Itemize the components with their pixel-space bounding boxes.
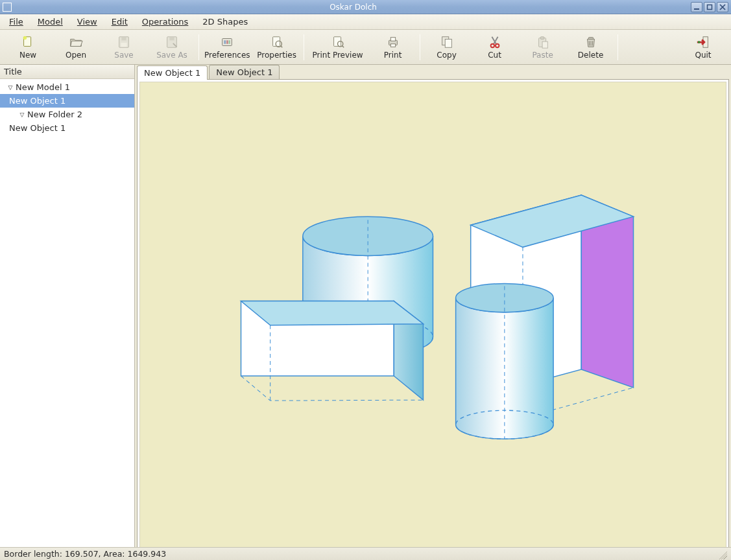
preferences-label: Preferences [204, 51, 250, 60]
properties-button[interactable]: Properties [253, 31, 301, 64]
menu-edit[interactable]: Edit [106, 16, 133, 28]
status-text: Border length: 169.507, Area: 1649.943 [4, 549, 166, 559]
paste-icon [535, 35, 551, 49]
toolbar-separator [617, 34, 618, 60]
quit-button[interactable]: Quit [679, 31, 727, 64]
copy-button[interactable]: Copy [423, 31, 471, 64]
window-titlebar: Oskar Dolch [0, 0, 731, 14]
svg-rect-25 [445, 39, 451, 47]
cut-label: Cut [488, 51, 501, 60]
preferences-icon [219, 35, 235, 49]
save-icon [116, 35, 132, 49]
window-title: Oskar Dolch [16, 3, 691, 12]
print-label: Print [384, 51, 402, 60]
tree-expander-icon[interactable]: ▽ [6, 84, 14, 91]
svg-rect-1 [708, 5, 712, 9]
svg-point-28 [490, 43, 494, 47]
minimize-icon [693, 4, 700, 10]
properties-label: Properties [257, 51, 296, 60]
new-file-icon [20, 35, 36, 49]
svg-rect-8 [121, 42, 126, 46]
save-as-button[interactable]: Save As [148, 31, 196, 64]
delete-label: Delete [578, 51, 603, 60]
new-button[interactable]: New [4, 31, 52, 64]
menu-model[interactable]: Model [32, 16, 68, 28]
cut-button[interactable]: Cut [471, 31, 519, 64]
minimize-button[interactable] [691, 2, 702, 12]
svg-rect-33 [588, 37, 593, 39]
app-icon [3, 3, 12, 12]
open-button[interactable]: Open [52, 31, 100, 64]
tree-expander-icon[interactable]: ▽ [18, 111, 26, 119]
quit-label: Quit [695, 51, 711, 60]
paste-label: Paste [532, 51, 553, 60]
svg-rect-23 [390, 43, 395, 47]
svg-rect-12 [224, 40, 226, 44]
properties-icon [269, 35, 285, 49]
svg-point-29 [495, 43, 499, 47]
open-label: Open [66, 51, 86, 60]
maximize-icon [706, 4, 713, 10]
tree: ▽ New Model 1 New Object 1 ▽ New Folder … [0, 79, 134, 547]
canvas-frame [137, 79, 729, 555]
tab-object-1[interactable]: New Object 1 [137, 65, 208, 80]
tree-item-label: New Model 1 [16, 82, 70, 92]
open-folder-icon [68, 35, 84, 49]
close-button[interactable] [717, 2, 728, 12]
print-preview-icon [330, 35, 346, 49]
toolbar-separator [420, 34, 420, 60]
copy-icon [439, 35, 455, 49]
canvas[interactable] [139, 82, 726, 553]
copy-label: Copy [437, 51, 456, 60]
svg-rect-7 [121, 36, 126, 40]
save-label: Save [114, 51, 133, 60]
scene-drawing [140, 82, 726, 552]
svg-line-17 [280, 45, 282, 47]
tree-item-label: New Object 1 [9, 96, 66, 106]
toolbar-separator [304, 34, 304, 60]
svg-marker-51 [241, 301, 424, 325]
print-button[interactable]: Print [369, 31, 417, 64]
svg-point-5 [23, 36, 27, 40]
save-as-label: Save As [156, 51, 187, 60]
svg-rect-31 [540, 36, 544, 39]
menu-file[interactable]: File [4, 16, 29, 28]
tree-header[interactable]: Title [0, 65, 134, 79]
shape-box-flat [241, 301, 424, 401]
right-panel: New Object 1 New Object 1 [135, 65, 731, 547]
preferences-button[interactable]: Preferences [202, 31, 253, 64]
tree-item-folder[interactable]: ▽ New Folder 2 [0, 108, 134, 121]
quit-icon [695, 35, 711, 49]
tree-panel: Title ▽ New Model 1 New Object 1 ▽ New F… [0, 65, 135, 547]
tree-item-object-2[interactable]: New Object 1 [0, 121, 134, 135]
cut-icon [487, 35, 503, 49]
delete-button[interactable]: Delete [567, 31, 615, 64]
delete-icon [583, 35, 599, 49]
toolbar: New Open Save Save As Preferences Proper… [0, 30, 731, 65]
tree-item-object-1[interactable]: New Object 1 [0, 94, 134, 108]
svg-rect-22 [390, 37, 395, 41]
svg-line-20 [342, 45, 344, 47]
status-bar: Border length: 169.507, Area: 1649.943 [0, 547, 731, 560]
resize-grip-icon[interactable] [717, 549, 727, 559]
print-preview-button[interactable]: Print Preview [307, 31, 369, 64]
print-preview-label: Print Preview [313, 51, 363, 60]
save-as-icon [164, 35, 180, 49]
tree-item-model[interactable]: ▽ New Model 1 [0, 80, 134, 94]
svg-rect-13 [226, 40, 228, 44]
paste-button[interactable]: Paste [519, 31, 567, 64]
tree-item-label: New Folder 2 [27, 110, 82, 119]
menu-bar: File Model View Edit Operations 2D Shape… [0, 14, 731, 30]
menu-operations[interactable]: Operations [137, 16, 193, 28]
save-button[interactable]: Save [100, 31, 148, 64]
print-icon [385, 35, 401, 49]
shape-cylinder-small [456, 284, 553, 439]
menu-2d-shapes[interactable]: 2D Shapes [197, 16, 253, 28]
menu-view[interactable]: View [72, 16, 102, 28]
svg-rect-10 [169, 36, 174, 40]
svg-rect-32 [542, 41, 547, 48]
svg-point-38 [698, 41, 701, 43]
tab-object-2[interactable]: New Object 1 [209, 65, 280, 79]
tab-bar: New Object 1 New Object 1 [135, 65, 731, 79]
maximize-button[interactable] [704, 2, 715, 12]
